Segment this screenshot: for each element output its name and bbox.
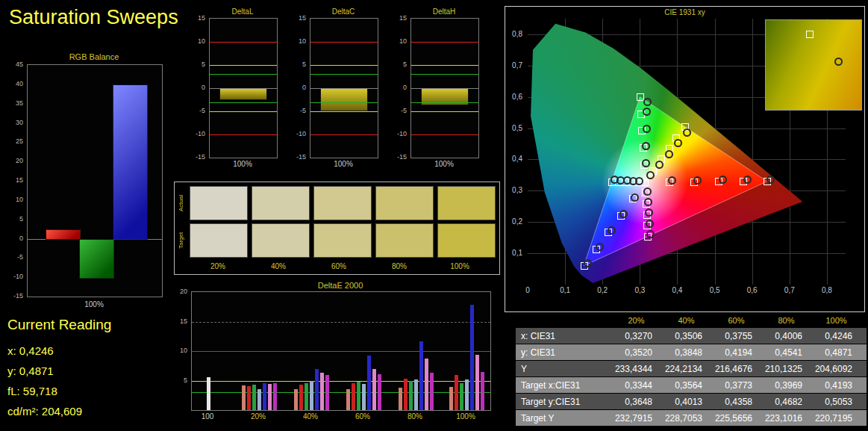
cie-xtick: 0,6 — [743, 286, 762, 294]
deltae-bar — [325, 375, 329, 410]
red-bar — [46, 229, 81, 241]
current-reading-values: x: 0,4246y: 0,4871fL: 59,718cd/m²: 204,6… — [7, 341, 179, 421]
row-label: Target Y — [516, 413, 611, 424]
cie-xtick: 0,1 — [555, 286, 575, 294]
row-value: 224,2134 — [661, 364, 711, 374]
rgb-balance-chart: RGB Balance 454035302520151050-5-10-15 1… — [4, 52, 173, 315]
delta-ytick: 10 — [299, 37, 306, 45]
deltae-bar — [409, 381, 413, 411]
delta-plot — [310, 18, 378, 158]
deltae-xlabel: 80% — [400, 412, 430, 421]
row-value: 0,3773 — [711, 380, 761, 391]
rgb-ytick: 30 — [16, 119, 23, 126]
deltae-bar — [320, 373, 324, 410]
row-value: 0,3344 — [611, 380, 661, 391]
row-value: 233,4344 — [611, 364, 661, 374]
delta-ytick: -15 — [397, 153, 407, 161]
deltae-bar — [346, 389, 350, 410]
delta-ytick: -5 — [300, 107, 306, 114]
delta-chart-deltah: DeltaH151050-5-10-15100% — [393, 7, 481, 181]
ref-line — [192, 381, 490, 382]
table-row: y: CIE310,35200,38480,41940,45410,4871 — [506, 344, 867, 360]
rgb-ytick: 20 — [16, 157, 23, 164]
row-value: 0,4013 — [661, 397, 711, 407]
deltae-bar — [268, 384, 272, 410]
results-table: 20%40%60%80%100% x: CIE310,32700,35060,3… — [506, 314, 867, 426]
delta-ytick: 5 — [202, 61, 205, 68]
row-label: Y — [516, 364, 611, 374]
cie-xtick: 0,5 — [705, 286, 725, 294]
delta-chart-deltal: DeltaL151050-5-10-15100% — [191, 7, 279, 181]
deltae-ytick: 10 — [180, 347, 187, 354]
current-reading-line: y: 0,4871 — [7, 361, 179, 381]
rgb-balance-plot — [27, 64, 163, 297]
delta-ytick: 0 — [302, 84, 306, 91]
deltae-bar — [273, 383, 277, 410]
row-label: y: CIE31 — [516, 347, 611, 358]
deltae-ytick: 15 — [180, 317, 187, 325]
deltae-xlabel: 40% — [296, 412, 325, 421]
delta-ytick: 0 — [403, 84, 407, 91]
swatch-target-40% — [252, 223, 310, 258]
cie-ytick: 0,5 — [512, 124, 522, 132]
swatch-level-label: 80% — [371, 262, 428, 270]
cie-measured-marker — [644, 198, 652, 206]
row-value: 210,1325 — [761, 364, 811, 374]
green-bar — [79, 239, 114, 279]
rgb-ytick: 35 — [16, 99, 23, 107]
ref-line — [192, 351, 490, 352]
cie-ytick: 0,2 — [512, 217, 522, 226]
row-value: 220,7195 — [811, 413, 861, 424]
ref-line — [310, 65, 378, 66]
zero-line — [310, 88, 378, 89]
cie-ytick: 0,6 — [512, 93, 522, 101]
delta-ytick: -10 — [196, 130, 205, 137]
deltae-bar — [310, 381, 313, 410]
row-value: 0,4194 — [711, 347, 761, 358]
deltae-bar — [299, 385, 303, 410]
delta-chart-deltac: DeltaC151050-5-10-15100% — [292, 7, 380, 181]
grid-line — [192, 322, 490, 323]
ref-line — [310, 134, 378, 135]
delta-bar — [219, 88, 267, 100]
delta-charts: DeltaL151050-5-10-15100%DeltaC151050-5-1… — [191, 7, 490, 181]
rgb-ytick: 10 — [16, 196, 23, 203]
deltae-bar — [294, 389, 298, 410]
row-value: 0,4358 — [711, 397, 761, 407]
deltae-bar — [465, 379, 469, 410]
ref-line — [411, 65, 478, 66]
swatch-row: Target — [176, 223, 496, 258]
cie-yaxis: 0,10,20,30,40,50,60,70,8 — [505, 19, 525, 285]
deltae-xaxis: 10020%40%60%80%100% — [191, 412, 490, 423]
delta-plot — [410, 18, 479, 158]
deltae-bar — [207, 377, 210, 410]
ref-line — [310, 42, 378, 43]
cie-xtick: 0,3 — [630, 286, 649, 294]
table-row: Y233,4344224,2134216,4676210,1325204,609… — [506, 361, 867, 376]
cie-xaxis: 00,10,20,30,40,50,60,70,8 — [528, 286, 849, 297]
rgb-ytick: 15 — [16, 176, 23, 184]
swatch-actual-40% — [252, 186, 310, 220]
cie-xtick: 0,8 — [817, 286, 837, 294]
row-spacer — [506, 344, 516, 360]
row-value: 0,4541 — [761, 347, 811, 358]
row-value: 0,4871 — [811, 347, 861, 358]
delta-yaxis: 151050-5-10-15 — [191, 18, 207, 157]
deltae-bar — [257, 389, 261, 410]
rgb-balance-xlabel: 100% — [27, 300, 161, 308]
deltae-bar — [449, 387, 453, 410]
delta-chart-title: DeltaH — [410, 7, 478, 16]
inset-target-marker — [806, 31, 814, 38]
ref-line — [192, 392, 490, 393]
rgb-ytick: -5 — [17, 253, 23, 261]
cie-measured-marker — [643, 125, 651, 133]
delta-ytick: 10 — [399, 37, 407, 45]
delta-xlabel: 100% — [209, 160, 276, 168]
row-label: Target y:CIE31 — [516, 397, 611, 407]
delta-ytick: -5 — [401, 107, 407, 114]
swatch-target-100% — [437, 223, 496, 258]
table-row: Target x:CIE310,33440,35640,37730,39690,… — [506, 377, 867, 393]
cie-ytick: 0,8 — [512, 30, 522, 38]
cie-ytick: 0,7 — [512, 61, 522, 69]
deltae-bar — [404, 379, 408, 410]
